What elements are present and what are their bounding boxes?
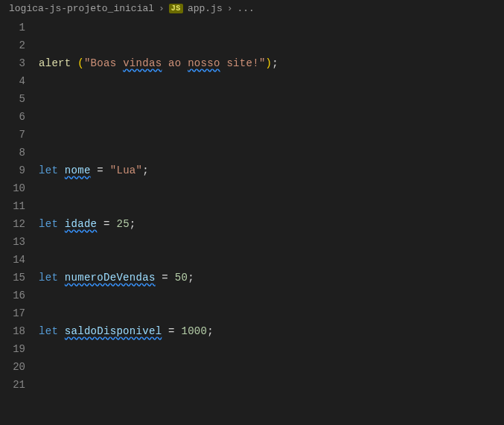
code-line[interactable]: let numeroDeVendas = 50; bbox=[39, 269, 504, 287]
line-number: 11 bbox=[0, 197, 25, 215]
breadcrumb-folder[interactable]: logica-js-projeto_inicial bbox=[9, 3, 154, 14]
line-number: 21 bbox=[0, 376, 25, 394]
js-file-icon: JS bbox=[169, 4, 183, 13]
chevron-right-icon: › bbox=[227, 3, 233, 14]
code-editor[interactable]: 1 2 3 4 5 6 7 8 9 10 11 12 13 14 15 16 1… bbox=[0, 17, 504, 425]
line-number: 17 bbox=[0, 304, 25, 322]
code-line[interactable] bbox=[39, 376, 504, 394]
code-line[interactable]: let idade = 25; bbox=[39, 215, 504, 233]
code-line[interactable]: let nome = "Lua"; bbox=[39, 162, 504, 179]
code-line[interactable]: alert ("Boas vindas ao nosso site!"); bbox=[39, 54, 504, 72]
line-number: 14 bbox=[0, 251, 25, 269]
line-number: 16 bbox=[0, 287, 25, 304]
breadcrumb: logica-js-projeto_inicial › JS app.js › … bbox=[0, 0, 504, 17]
code-line[interactable] bbox=[39, 108, 504, 126]
line-number: 8 bbox=[0, 144, 25, 162]
line-number: 18 bbox=[0, 322, 25, 340]
line-number: 7 bbox=[0, 126, 25, 144]
code-area[interactable]: alert ("Boas vindas ao nosso site!"); le… bbox=[39, 19, 504, 425]
line-number: 20 bbox=[0, 358, 25, 376]
line-number: 2 bbox=[0, 36, 25, 54]
line-number: 12 bbox=[0, 215, 25, 233]
line-number: 19 bbox=[0, 340, 25, 358]
line-number: 13 bbox=[0, 233, 25, 251]
breadcrumb-more[interactable]: ... bbox=[237, 3, 255, 14]
line-number: 5 bbox=[0, 90, 25, 108]
line-number: 1 bbox=[0, 19, 25, 36]
chevron-right-icon: › bbox=[159, 3, 165, 14]
line-number: 6 bbox=[0, 108, 25, 126]
code-line[interactable]: let saldoDisponivel = 1000; bbox=[39, 322, 504, 340]
line-number: 4 bbox=[0, 72, 25, 90]
line-number: 3 bbox=[0, 54, 25, 72]
line-number: 15 bbox=[0, 269, 25, 287]
line-number: 10 bbox=[0, 179, 25, 197]
breadcrumb-file[interactable]: app.js bbox=[188, 3, 223, 14]
line-number-gutter: 1 2 3 4 5 6 7 8 9 10 11 12 13 14 15 16 1… bbox=[0, 19, 39, 425]
line-number: 9 bbox=[0, 162, 25, 179]
